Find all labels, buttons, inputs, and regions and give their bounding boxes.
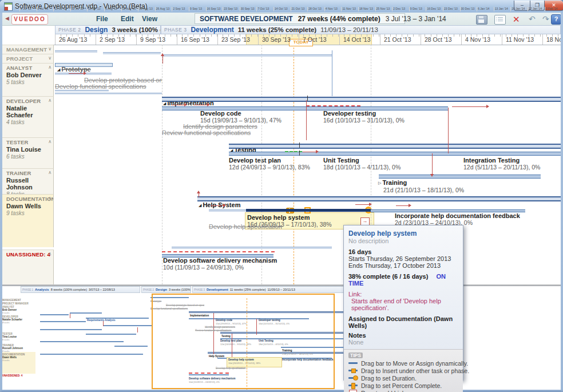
phase3-tag: PHASE 3 <box>164 27 187 33</box>
overview-sidebar-row: TRAINERRussell Johnson8 tasks <box>2 344 35 353</box>
phase-tab-design[interactable]: PHASE 2 Design 3 weeks (100% compl... <box>55 25 161 34</box>
phase-tab-development[interactable]: PHASE 3 Development 11 weeks (25% comple… <box>161 25 561 34</box>
overview-week-label: 20 Jan '14 <box>510 7 527 11</box>
group-bar[interactable] <box>162 97 561 102</box>
chevron-icon[interactable]: ∨ <box>48 46 51 52</box>
gantt-bar[interactable] <box>55 90 109 92</box>
task-label[interactable]: Develop help specification <box>209 223 282 230</box>
chevron-icon[interactable]: ∧ <box>48 98 51 103</box>
link-arrow <box>369 203 372 206</box>
overview-week-label: 11 Nov '13 <box>341 7 358 11</box>
delete-icon[interactable]: ✕ <box>513 14 520 25</box>
gantt-bar[interactable] <box>162 106 448 110</box>
link-line <box>452 106 486 107</box>
help-button[interactable]: ? <box>551 14 561 25</box>
gantt-bar[interactable] <box>162 54 332 57</box>
chevron-icon[interactable]: ∧ <box>48 196 51 201</box>
list-view-icon[interactable] <box>494 15 506 25</box>
overview-sidebar-row: TESTERTina Louise6 tasks <box>2 332 35 341</box>
overview-week-label: 3 Feb '14 <box>545 7 561 11</box>
window-border-right <box>561 13 563 390</box>
overview-week-label: 13 Jan '14 <box>494 7 510 11</box>
project-summary[interactable]: SOFTWARE DEVELOPMENT 27 weeks (44% compl… <box>195 13 405 24</box>
overview-sidebar-row: UNASSIGNED: 4 <box>2 374 35 377</box>
sidebar-item-tester[interactable]: TESTERTina Louise6 tasks∧ <box>2 137 54 168</box>
gantt-bar[interactable] <box>55 50 97 53</box>
back-icon[interactable]: ◀ <box>5 15 9 21</box>
sidebar-item-unassigned-[interactable]: UNASSIGNED: 4∧ <box>2 250 54 284</box>
gantt-bar[interactable] <box>55 93 162 94</box>
task-label[interactable]: Review functional specifications <box>162 129 251 136</box>
overview-week-label: 22 Jul '13 <box>70 7 87 11</box>
tooltip-duration: 16 days <box>348 248 458 255</box>
menu-file[interactable]: File <box>96 15 108 23</box>
timeline-week-label: 9 Sep '13 <box>136 34 177 45</box>
task-label[interactable]: Develop functional specifications <box>55 83 146 90</box>
app-icon <box>4 2 13 11</box>
menu-view[interactable]: View <box>142 15 157 23</box>
overview-bar <box>70 312 102 314</box>
link-line <box>303 152 316 152</box>
tooltip-notes-label: Notes <box>348 332 458 339</box>
overview-phase-analysis[interactable]: PHASE 1Analysis8 weeks (100% complete)3/… <box>21 286 140 293</box>
chevron-icon[interactable]: ∧ <box>48 139 51 144</box>
link-line <box>355 204 369 205</box>
group-label-help-system[interactable]: ◢Help System <box>199 201 240 208</box>
task-name[interactable]: Incorporate help documentation feedback <box>395 212 520 219</box>
task-name[interactable]: Develop software delivery mechanism <box>163 257 277 264</box>
save-icon[interactable] <box>476 15 487 25</box>
task-name[interactable]: Unit Testing <box>323 157 359 164</box>
menu-edit[interactable]: Edit <box>121 15 134 23</box>
overview-week-label: 16 Dec '13 <box>426 7 442 11</box>
critical-dash <box>162 251 275 252</box>
sidebar-item-developer[interactable]: DEVELOPERNatalie Schaefer4 tasks∧ <box>2 96 54 137</box>
gantt-bar[interactable] <box>379 175 541 179</box>
chevron-icon[interactable]: ∧ <box>48 170 51 175</box>
gantt-bar[interactable] <box>55 63 113 67</box>
overview-bar <box>40 354 143 355</box>
task-name[interactable]: Developer testing <box>323 110 376 117</box>
task-name[interactable]: Develop test plan <box>229 157 281 164</box>
app-logo[interactable]: VUEDOO <box>11 14 48 25</box>
task-detail: 12d (24/09/13 – 9/10/13), 83% <box>229 164 310 171</box>
gantt-bar[interactable] <box>229 152 561 156</box>
overview-week-label: 19 Aug '13 <box>138 7 154 11</box>
gantt-bar[interactable] <box>209 209 246 212</box>
gantt-bar[interactable] <box>162 254 273 258</box>
expand-icon: ◢ <box>163 101 166 105</box>
gantt-bar[interactable] <box>172 247 332 249</box>
chevron-icon[interactable]: ∨ <box>48 56 51 61</box>
sidebar-item-documentation[interactable]: DOCUMENTATIONDawn Wells9 tasks∧ <box>2 194 54 247</box>
task-name[interactable]: Develop code <box>200 110 241 117</box>
overview-phase-development[interactable]: PHASE 3Development11 weeks (25% complete… <box>192 286 360 293</box>
chevron-icon[interactable]: ∧ <box>48 251 51 256</box>
selected-task-bar[interactable] <box>246 209 371 212</box>
timeline-week-label: 23 Sep '13 <box>217 34 258 45</box>
sidebar-item-management[interactable]: MANAGEMENT∨ <box>2 45 54 54</box>
selected-task-name[interactable]: Develop help system <box>247 214 310 221</box>
gantt-bar[interactable] <box>371 209 525 212</box>
overview-week-label: 26 Aug '13 <box>155 7 172 11</box>
timeline-week-label: 14 Oct '13 <box>339 34 380 45</box>
task-name[interactable]: Integration Testing <box>463 157 520 164</box>
group-label-training[interactable]: ▷Training <box>378 179 407 186</box>
overview-week-label: 27 Jan '14 <box>528 7 544 11</box>
chevron-icon[interactable]: ∧ <box>48 65 51 70</box>
sidebar-item-analyst[interactable]: ANALYSTBob Denver5 tasks∧ <box>2 63 54 96</box>
sidebar-item-trainer[interactable]: TRAINERRussell Johnson8 tasks∧ <box>2 168 54 194</box>
group-bar[interactable] <box>229 144 561 149</box>
overview-viewport[interactable] <box>152 294 335 389</box>
overview-bar <box>40 329 102 330</box>
redo-icon[interactable]: ↷ <box>542 14 549 23</box>
tooltip-notes-value: None <box>348 339 458 346</box>
overview-phase-design[interactable]: PHASE 2Design3 weeks (100% compl... <box>141 286 191 293</box>
sidebar-item-project-manager[interactable]: PROJECT MANAGER∨ <box>2 54 54 63</box>
progress-tick <box>299 142 300 148</box>
group-bar[interactable] <box>197 196 561 201</box>
task-tooltip: Develop help system No description 16 da… <box>343 225 463 381</box>
overview-week-label: 2 Sep '13 <box>172 7 188 11</box>
add-link-icon[interactable]: → <box>360 217 370 225</box>
gantt-bar[interactable] <box>103 52 161 54</box>
undo-icon[interactable]: ↶ <box>529 14 536 23</box>
gantt-bar[interactable] <box>84 73 112 75</box>
